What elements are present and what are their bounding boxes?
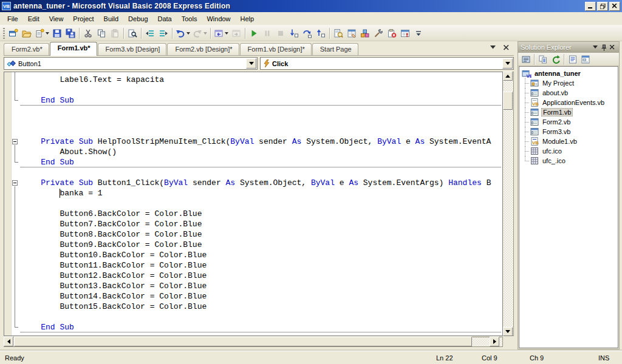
error-list-button[interactable] [385,27,398,40]
object-browser-button[interactable] [358,27,372,40]
vertical-scrollbar[interactable] [504,72,514,336]
step-out-button[interactable] [314,27,327,40]
refresh-button[interactable] [549,53,562,66]
tree-item-form2-vb[interactable]: Form2.vb [522,117,618,127]
tree-item-antenna-tuner[interactable]: VBantenna_tuner [522,69,618,78]
window-position-icon[interactable] [591,43,600,52]
code-line[interactable]: Button8.BackColor = Color.Blue [4,229,502,240]
toolbar-grip[interactable] [3,28,5,39]
tree-item-ufc-ico[interactable]: ufc_.ico [522,156,618,166]
code-line[interactable] [4,167,502,178]
auto-hide-pin-icon[interactable] [600,43,608,52]
toolbox-button[interactable] [372,27,385,40]
close-button[interactable] [609,2,620,11]
code-line[interactable]: End Sub [4,157,502,167]
scroll-up-button[interactable] [503,72,513,81]
code-line[interactable]: Button7.BackColor = Color.Blue [4,219,502,229]
undo-button[interactable] [174,27,191,40]
start-debugging-button[interactable] [247,27,261,40]
tab-form1-vb[interactable]: Form1.vb* [50,42,97,56]
open-file-button[interactable] [20,27,33,40]
menu-edit[interactable]: Edit [23,13,44,24]
object-dropdown[interactable]: Button1 [4,57,258,70]
view-code-button[interactable] [566,53,579,66]
menu-help[interactable]: Help [236,13,259,24]
tree-item-ufc-ico[interactable]: ufc.ico [522,146,618,156]
event-dropdown[interactable]: Click [260,57,514,70]
step-into-button[interactable] [287,27,301,40]
code-line[interactable] [4,116,502,126]
code-line[interactable]: banka = 1 [4,188,502,198]
menu-debug[interactable]: Debug [123,13,152,24]
close-document-icon[interactable] [502,43,510,52]
tab-form3-vb-design[interactable]: Form3.vb [Design] [98,43,167,55]
tree-item-form1-vb[interactable]: Form1.vb [522,107,618,117]
uncomment-lines-button[interactable] [157,27,170,40]
menu-project[interactable]: Project [68,13,98,24]
find-in-files-button[interactable] [126,27,139,40]
tree-item-about-vb[interactable]: about.vb [522,88,618,98]
menu-data[interactable]: Data [153,13,177,24]
properties-window-button[interactable] [345,27,358,40]
cut-button[interactable] [81,27,95,40]
immediate-window-button[interactable] [398,27,412,40]
code-line[interactable]: About.Show() [4,147,502,157]
fold-collapse-box[interactable] [12,180,18,186]
add-new-item-button[interactable] [33,27,50,40]
code-line[interactable] [4,126,502,136]
menu-view[interactable]: View [44,13,69,24]
object-dropdown-arrow[interactable] [246,58,256,69]
code-line[interactable]: End Sub [4,95,502,106]
code-line[interactable]: Button6.BackColor = Color.Blue [4,209,502,219]
event-dropdown-arrow[interactable] [502,58,513,69]
code-line[interactable] [4,312,502,322]
add-new-item-dropdown-icon[interactable] [46,32,49,35]
comment-lines-button[interactable] [143,27,157,40]
properties-button[interactable] [519,53,532,66]
code-line[interactable] [4,85,502,95]
redo-dropdown-icon[interactable] [203,32,207,35]
tree-item-applicationevents-vb[interactable]: VBApplicationEvents.vb [522,98,618,107]
code-line[interactable]: End Sub [4,322,502,332]
view-designer-button[interactable] [579,53,592,66]
scroll-down-button[interactable] [503,327,513,336]
step-over-button[interactable] [301,27,314,40]
code-line[interactable]: Button9.BackColor = Color.Blue [4,240,502,250]
code-line[interactable] [4,198,502,209]
save-all-button[interactable] [64,27,77,40]
undo-dropdown-icon[interactable] [186,32,190,35]
fold-collapse-box[interactable] [12,139,18,144]
code-line[interactable]: Label6.Text = kapacita [4,75,502,85]
minimize-button[interactable] [585,2,596,11]
vertical-scroll-thumb[interactable] [503,92,513,110]
menu-build[interactable]: Build [99,13,123,24]
restore-button[interactable] [597,2,608,11]
menu-file[interactable]: File [2,13,23,24]
code-line[interactable]: Private Sub HelpToolStripMenuItem_Click(… [4,136,502,147]
navigate-backward-dropdown-icon[interactable] [225,32,228,35]
solution-explorer-titlebar[interactable]: Solution Explorer [518,42,619,53]
save-button[interactable] [50,27,64,40]
tab-form2-vb-design[interactable]: Form2.vb [Design]* [167,43,239,55]
code-line[interactable]: Button10.BackColor = Color.Blue [4,250,502,260]
code-line[interactable]: Private Sub Button1_Click(ByVal sender A… [4,178,502,188]
code-line[interactable] [4,106,502,116]
close-panel-icon[interactable] [608,43,617,52]
horizontal-scroll-thumb[interactable] [14,337,472,346]
menu-window[interactable]: Window [202,13,235,24]
tree-item-form3-vb[interactable]: Form3.vb [522,127,618,136]
toolbar-options-button[interactable] [412,27,425,40]
menu-tools[interactable]: Tools [177,13,202,24]
tab-start-page[interactable]: Start Page [312,43,358,55]
tab-form2-vb[interactable]: Form2.vb* [4,43,49,55]
show-all-files-button[interactable] [536,53,549,66]
tree-item-module1-vb[interactable]: VBModule1.vb [522,136,618,146]
code-line[interactable]: Button12.BackColor = Color.Blue [4,271,502,281]
solution-explorer-button[interactable] [332,27,345,40]
copy-button[interactable] [95,27,108,40]
horizontal-scrollbar[interactable] [4,337,503,347]
tree-item-my-project[interactable]: My Project [522,78,618,88]
scroll-right-button[interactable] [490,337,499,346]
code-editor[interactable]: Label6.Text = kapacita End Sub Private S… [4,72,503,336]
code-line[interactable]: Button15.BackColor = Color.Blue [4,302,502,312]
